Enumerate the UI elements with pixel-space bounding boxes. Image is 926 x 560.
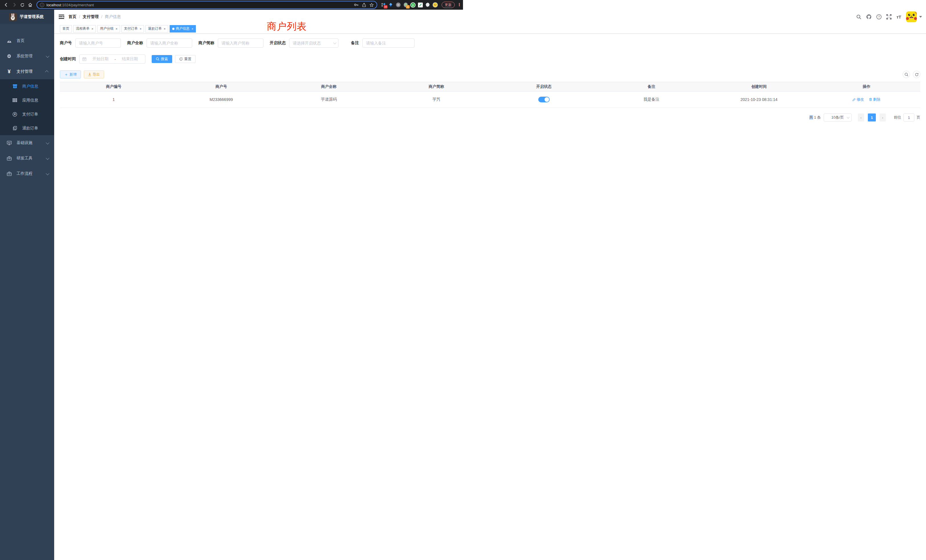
browser-menu-icon[interactable]: ••• (458, 3, 461, 6)
browser-back-button[interactable] (2, 1, 10, 9)
toolbox-icon (6, 156, 12, 160)
grid-table-icon (11, 98, 18, 102)
browser-forward-button[interactable] (10, 1, 18, 9)
status-select[interactable] (289, 38, 338, 48)
breadcrumb-current: 商户信息 (105, 14, 121, 20)
sidebar-item-dev-tools[interactable]: 研发工具 (0, 151, 54, 166)
extension-keep-icon[interactable] (418, 2, 423, 8)
app-logo-image (9, 13, 17, 21)
tag-merchant-info[interactable]: 商户信息× (169, 25, 196, 32)
shop-icon (11, 84, 18, 88)
gear-icon (6, 54, 12, 59)
full-name-label: 商户全称 (127, 41, 143, 45)
short-name-label: 商户简称 (198, 41, 214, 45)
breadcrumb-pay[interactable]: 支付管理 (83, 14, 98, 20)
browser-reload-button[interactable] (18, 1, 26, 9)
page-header: 首页 / 支付管理 / 商户信息 ? тT (54, 10, 463, 24)
share-icon[interactable] (362, 3, 366, 7)
bookmark-star-icon[interactable] (369, 3, 374, 7)
col-full-name: 商户全称 (275, 84, 383, 89)
sidebar-item-pay[interactable]: ¥ 支付管理 (0, 64, 54, 79)
sidebar-item-pay-order[interactable]: ¥ 支付订单 (0, 107, 54, 121)
date-end-placeholder: 结束日期 (118, 56, 142, 62)
merchant-no-input[interactable] (75, 38, 121, 48)
calendar-icon (82, 57, 86, 61)
search-button[interactable]: 搜索 (152, 55, 172, 63)
briefcase-icon (6, 172, 12, 176)
create-time-label: 创建时间 (60, 56, 76, 62)
sidebar-item-app-info[interactable]: 应用信息 (0, 93, 54, 107)
breadcrumb-home[interactable]: 首页 (68, 14, 76, 20)
sidebar-logo[interactable]: 芋道管理系统 (0, 10, 54, 24)
create-time-range-picker[interactable]: 开始日期 - 结束日期 (79, 54, 145, 64)
chevron-down-icon (46, 171, 50, 175)
chevron-down-icon (46, 141, 50, 144)
merchant-table: 商户编号 商户号 商户全称 商户简称 开启状态 备注 创建时间 操作 1 M23… (60, 82, 463, 108)
sidebar: 芋道管理系统 首页 系统管理 ¥ 支付管理 (0, 10, 54, 280)
documents-icon (11, 126, 18, 130)
yen-icon: ¥ (6, 69, 12, 75)
active-dot (172, 28, 174, 30)
remark-input[interactable] (362, 38, 415, 48)
sidebar-item-system[interactable]: 系统管理 (0, 48, 54, 64)
sidebar-item-infra[interactable]: 基础设施 (0, 135, 54, 151)
tag-pay-order[interactable]: 支付订单× (121, 25, 144, 32)
tag-process-form[interactable]: 流程表单× (73, 25, 96, 32)
export-button[interactable]: 导出 (84, 70, 104, 79)
col-merchant-id: 商户编号 (60, 84, 167, 89)
tag-home[interactable]: 首页 (60, 25, 72, 32)
annotation-title: 商户列表 (267, 20, 307, 33)
sidebar-item-merchant-info[interactable]: 商户信息 (0, 79, 54, 93)
extension-badge: 1 (406, 5, 410, 9)
browser-toolbar: i localhost:1024/pay/merchant 10 ⌘ 1 (0, 0, 463, 10)
svg-text:y: y (412, 3, 414, 6)
svg-text:¥: ¥ (14, 113, 16, 116)
dashboard-icon (6, 39, 12, 43)
close-icon[interactable]: × (92, 27, 93, 30)
tags-view: 首页 流程表单× 用户分组× 支付订单× 退款订单× 商户信息× (54, 24, 463, 34)
cell-merchant-id: 1 (60, 97, 167, 102)
remark-label: 备注 (351, 41, 359, 45)
table-row: 1 M233666999 芋道源码 芋艿 我是备注 2021-10-23 08:… (60, 92, 463, 108)
chevron-down-icon (46, 156, 50, 160)
extension-vue-icon[interactable]: y (410, 2, 416, 8)
download-icon (88, 73, 91, 76)
close-icon[interactable]: × (140, 27, 141, 30)
tag-refund-order[interactable]: 退款订单× (145, 25, 168, 32)
full-name-input[interactable] (147, 38, 192, 48)
site-info-icon[interactable]: i (40, 3, 44, 7)
extension-gem-icon[interactable] (388, 2, 393, 8)
extension-grid-icon[interactable]: 10 (381, 2, 386, 8)
sidebar-item-workflow[interactable]: 工作流程 (0, 166, 54, 182)
extension-badge: 10 (384, 5, 387, 9)
short-name-input[interactable] (218, 38, 263, 48)
address-bar[interactable]: i localhost:1024/pay/merchant (36, 1, 377, 9)
close-icon[interactable]: × (115, 27, 117, 30)
cell-full-name: 芋道源码 (275, 97, 383, 102)
close-icon[interactable]: × (192, 27, 193, 30)
tag-user-group[interactable]: 用户分组× (97, 25, 120, 32)
breadcrumb: 首页 / 支付管理 / 商户信息 (68, 14, 121, 20)
extension-session-icon[interactable]: 1 (403, 2, 408, 8)
sidebar-collapse-icon[interactable] (54, 10, 68, 24)
browser-home-button[interactable] (26, 1, 34, 9)
close-icon[interactable]: × (163, 27, 165, 30)
chevron-down-icon (46, 54, 50, 58)
add-button[interactable]: ＋ 新增 (60, 70, 81, 79)
pagination: 共 1 条 10条/页 ‹ 1 › 前往 页 (60, 114, 463, 121)
browser-update-button[interactable]: 更新 (442, 2, 455, 8)
browser-profile-avatar[interactable] (433, 2, 438, 8)
extensions-puzzle-icon[interactable] (425, 2, 431, 8)
reset-button[interactable]: 重置 (175, 55, 195, 63)
monitor-chart-icon (6, 141, 12, 145)
cell-short-name: 芋艿 (383, 97, 463, 102)
password-key-icon[interactable] (354, 3, 359, 7)
extension-command-icon[interactable]: ⌘ (395, 2, 401, 8)
svg-text:⌘: ⌘ (397, 3, 400, 6)
url-text: localhost:1024/pay/merchant (47, 3, 354, 7)
table-header-row: 商户编号 商户号 商户全称 商户简称 开启状态 备注 创建时间 操作 (60, 82, 463, 92)
yen-circle-icon: ¥ (11, 112, 18, 117)
sidebar-item-refund-order[interactable]: 退款订单 (0, 121, 54, 135)
col-merchant-no: 商户号 (167, 84, 275, 89)
sidebar-item-home[interactable]: 首页 (0, 33, 54, 48)
